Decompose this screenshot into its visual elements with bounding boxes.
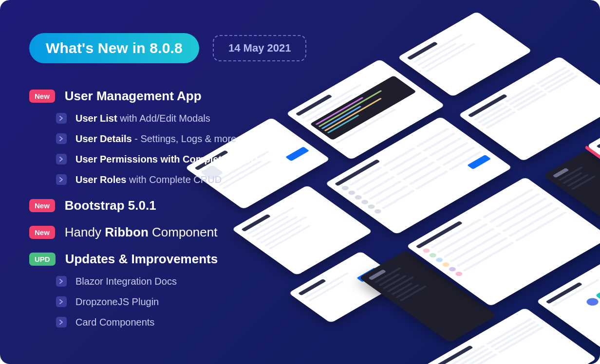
badge-new: New [29, 90, 55, 103]
section-ribbon: New Handy Ribbon Component [29, 225, 341, 240]
chevron-right-icon [56, 133, 67, 144]
chevron-right-icon [56, 113, 67, 124]
chevron-right-icon [56, 317, 67, 328]
list-item: Card Components [56, 315, 341, 329]
badge-upd: UPD [29, 253, 56, 266]
section-title: User Management App [65, 89, 202, 104]
badge-new: New [29, 199, 55, 212]
section-user-management: New User Management App User List with A… [29, 89, 341, 186]
chevron-right-icon [56, 174, 67, 185]
release-date-pill: 14 May 2021 [213, 35, 306, 61]
chevron-right-icon [56, 276, 67, 287]
release-notes-banner: What's New in 8.0.8 14 May 2021 New User… [0, 0, 600, 364]
list-item: Blazor Integration Docs [56, 274, 341, 288]
badge-new: New [29, 226, 55, 239]
list-item: User Details - Settings, Logs & more [56, 132, 341, 146]
section-bootstrap: New Bootstrap 5.0.1 [29, 198, 341, 213]
version-title-pill: What's New in 8.0.8 [29, 33, 199, 63]
content-column: What's New in 8.0.8 14 May 2021 New User… [29, 33, 341, 341]
section-title: Bootstrap 5.0.1 [65, 198, 156, 213]
section-title: Handy Ribbon Component [65, 225, 218, 240]
list-item: User List with Add/Edit Modals [56, 111, 341, 125]
list-item: DropzoneJS Plugin [56, 295, 341, 309]
list-item: User Permissions with Complete CRUD [56, 152, 341, 166]
section-updates: UPD Updates & Improvements Blazor Integr… [29, 252, 341, 329]
section-title: Updates & Improvements [65, 252, 218, 267]
chevron-right-icon [56, 154, 67, 164]
list-item: User Roles with Complete CRUD [56, 173, 341, 186]
header-row: What's New in 8.0.8 14 May 2021 [29, 33, 341, 63]
chevron-right-icon [56, 296, 67, 307]
